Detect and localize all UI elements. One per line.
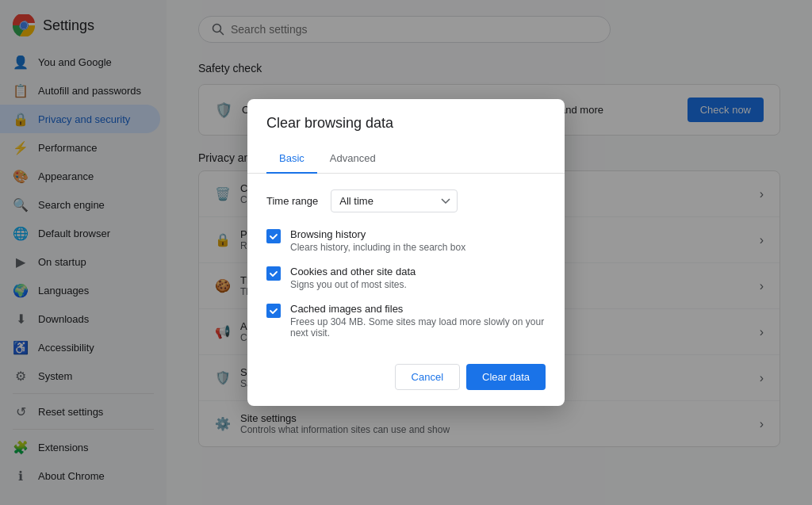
checkbox-subtitle-cookies: Signs you out of most sites.: [290, 279, 416, 290]
checkboxes-container: Browsing history Clears history, includi…: [266, 228, 546, 339]
checkbox-browsing-history[interactable]: [266, 229, 281, 243]
checkbox-cached-images[interactable]: [266, 304, 281, 318]
dialog-tab-basic[interactable]: Basic: [266, 144, 317, 174]
dialog-title: Clear browsing data: [266, 115, 546, 132]
checkbox-title-cached-images: Cached images and files: [290, 303, 546, 315]
checkbox-item-cookies: Cookies and other site data Signs you ou…: [266, 266, 546, 290]
dialog-header: Clear browsing data: [247, 99, 565, 132]
checkbox-text-cached-images: Cached images and files Frees up 304 MB.…: [290, 303, 546, 339]
dialog-footer: Cancel Clear data: [247, 354, 565, 406]
check-icon: [269, 231, 278, 241]
checkbox-text-cookies: Cookies and other site data Signs you ou…: [290, 266, 416, 290]
checkbox-subtitle-cached-images: Frees up 304 MB. Some sites may load mor…: [290, 316, 546, 339]
dialog-body: Time range Last hourLast 24 hoursLast 7 …: [247, 174, 565, 354]
checkbox-subtitle-browsing-history: Clears history, including in the search …: [290, 242, 465, 253]
checkbox-text-browsing-history: Browsing history Clears history, includi…: [290, 228, 465, 253]
modal-overlay: Clear browsing data BasicAdvanced Time r…: [0, 0, 812, 505]
dialog-tab-advanced[interactable]: Advanced: [317, 144, 389, 174]
checkbox-item-browsing-history: Browsing history Clears history, includi…: [266, 228, 546, 253]
checkbox-item-cached-images: Cached images and files Frees up 304 MB.…: [266, 303, 546, 339]
clear-browsing-dialog: Clear browsing data BasicAdvanced Time r…: [247, 99, 565, 406]
time-range-label: Time range: [266, 195, 318, 207]
cancel-button[interactable]: Cancel: [395, 364, 460, 390]
clear-data-button[interactable]: Clear data: [466, 364, 546, 390]
dialog-tabs: BasicAdvanced: [247, 144, 565, 174]
checkbox-cookies[interactable]: [266, 266, 281, 281]
check-icon: [269, 306, 278, 316]
checkbox-title-browsing-history: Browsing history: [290, 228, 465, 240]
time-range-select[interactable]: Last hourLast 24 hoursLast 7 daysLast 4 …: [331, 189, 458, 212]
checkbox-title-cookies: Cookies and other site data: [290, 266, 416, 277]
time-range-row: Time range Last hourLast 24 hoursLast 7 …: [266, 189, 546, 212]
check-icon: [269, 269, 278, 278]
